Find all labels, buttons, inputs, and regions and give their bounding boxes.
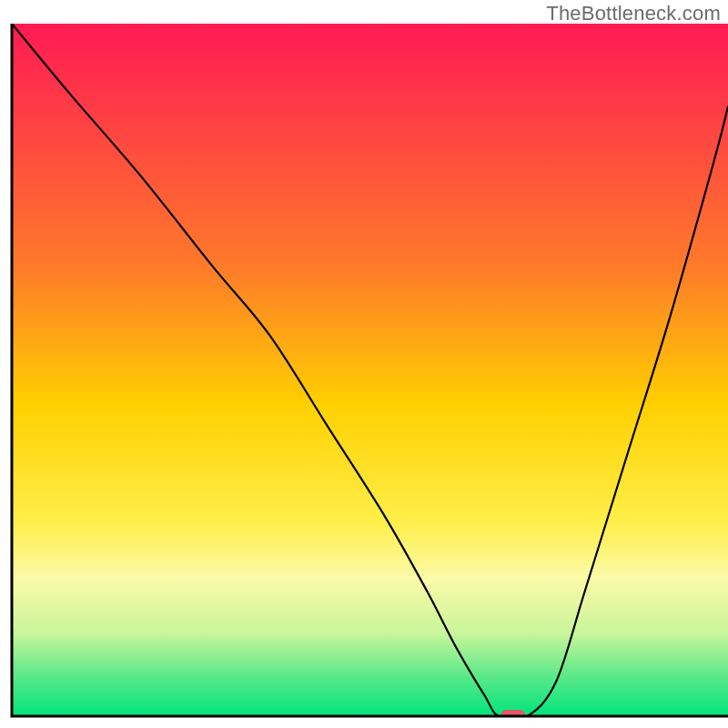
watermark-text: TheBottleneck.com [546, 2, 721, 25]
chart-container: TheBottleneck.com [0, 0, 728, 728]
gradient-background [12, 24, 728, 716]
bottleneck-chart [0, 0, 728, 728]
